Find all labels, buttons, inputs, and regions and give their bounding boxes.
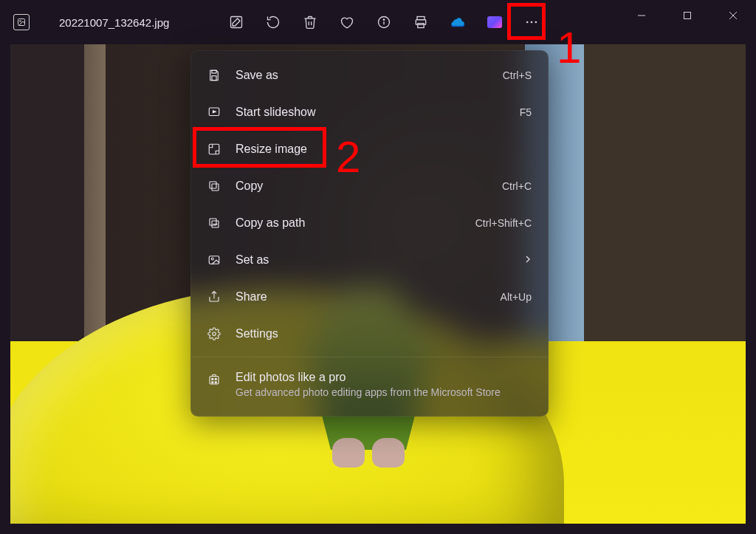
- menu-item-label: Resize image: [236, 143, 532, 156]
- menu-item-label: Set as: [236, 253, 524, 267]
- more-button[interactable]: [513, 5, 550, 39]
- photo-bird-feet: [328, 435, 409, 472]
- menu-start-slideshow[interactable]: Start slideshow F5: [191, 94, 548, 131]
- delete-button[interactable]: [292, 5, 329, 39]
- svg-rect-34: [215, 381, 217, 383]
- menu-item-accel: Ctrl+C: [502, 180, 532, 192]
- resize-icon: [207, 143, 228, 156]
- menu-item-accel: F5: [520, 106, 532, 118]
- menu-item-label: Copy as path: [236, 216, 475, 230]
- svg-rect-31: [211, 378, 213, 380]
- chevron-right-icon: [524, 254, 532, 266]
- svg-point-5: [383, 19, 384, 20]
- svg-point-1: [20, 21, 21, 22]
- menu-item-label: Start slideshow: [236, 106, 520, 119]
- store-icon: [207, 373, 228, 386]
- minimize-button[interactable]: [619, 0, 664, 31]
- promo-text: Edit photos like a pro Get advanced phot…: [236, 371, 501, 398]
- svg-rect-30: [210, 377, 219, 385]
- menu-edit-pro[interactable]: Edit photos like a pro Get advanced phot…: [191, 362, 548, 410]
- svg-rect-21: [212, 184, 219, 191]
- promo-title: Edit photos like a pro: [236, 371, 501, 384]
- menu-share[interactable]: Share Alt+Up: [191, 278, 548, 315]
- menu-item-label: Save as: [236, 69, 503, 82]
- print-button[interactable]: [402, 5, 439, 39]
- svg-rect-32: [215, 378, 217, 380]
- filename-label: 20221007_132642.jpg: [59, 16, 169, 29]
- menu-separator: [191, 357, 548, 357]
- toolbar: [218, 0, 550, 44]
- onedrive-button[interactable]: [439, 5, 476, 39]
- slideshow-icon: [207, 106, 228, 119]
- menu-item-label: Share: [236, 290, 501, 304]
- svg-rect-8: [418, 24, 424, 28]
- menu-settings[interactable]: Settings: [191, 315, 548, 352]
- svg-point-27: [211, 258, 213, 260]
- close-button[interactable]: [710, 0, 756, 31]
- app-icon[interactable]: [13, 14, 30, 30]
- menu-item-accel: Ctrl+S: [503, 69, 532, 81]
- photos-app-window: 20221007_132642.jpg: [0, 0, 756, 534]
- copy-path-icon: [207, 216, 228, 230]
- menu-set-as[interactable]: Set as: [191, 242, 548, 278]
- menu-item-accel: Ctrl+Shift+C: [475, 217, 532, 229]
- menu-copy-as-path[interactable]: Copy as path Ctrl+Shift+C: [191, 205, 548, 242]
- svg-rect-17: [212, 76, 216, 81]
- svg-rect-20: [209, 144, 219, 154]
- menu-resize-image[interactable]: Resize image: [191, 131, 548, 168]
- clipchamp-button[interactable]: [476, 5, 513, 39]
- svg-point-11: [535, 21, 537, 24]
- window-controls: [619, 0, 756, 38]
- svg-point-10: [531, 21, 533, 24]
- edit-button[interactable]: [218, 5, 255, 39]
- svg-marker-19: [213, 111, 216, 113]
- menu-save-as[interactable]: Save as Ctrl+S: [191, 57, 548, 94]
- favorite-button[interactable]: [329, 5, 365, 39]
- clipchamp-icon: [487, 16, 502, 28]
- svg-rect-13: [684, 13, 691, 19]
- info-button[interactable]: [365, 5, 402, 39]
- copy-icon: [207, 179, 228, 193]
- svg-rect-22: [210, 182, 216, 188]
- promo-subtitle: Get advanced photo editing apps from the…: [236, 386, 501, 398]
- svg-point-9: [526, 21, 529, 24]
- maximize-button[interactable]: [664, 0, 710, 31]
- rotate-button[interactable]: [255, 5, 292, 39]
- more-menu: Save as Ctrl+S Start slideshow F5 Resize…: [190, 50, 549, 417]
- svg-point-29: [213, 332, 216, 336]
- settings-icon: [207, 327, 228, 340]
- share-icon: [207, 290, 228, 304]
- set-as-icon: [207, 253, 228, 267]
- menu-item-label: Settings: [236, 327, 532, 340]
- svg-rect-33: [211, 381, 213, 383]
- menu-copy[interactable]: Copy Ctrl+C: [191, 168, 548, 205]
- menu-item-label: Copy: [236, 179, 502, 193]
- svg-rect-16: [212, 70, 216, 73]
- titlebar: 20221007_132642.jpg: [0, 0, 756, 44]
- save-icon: [207, 69, 228, 82]
- menu-item-accel: Alt+Up: [501, 291, 532, 303]
